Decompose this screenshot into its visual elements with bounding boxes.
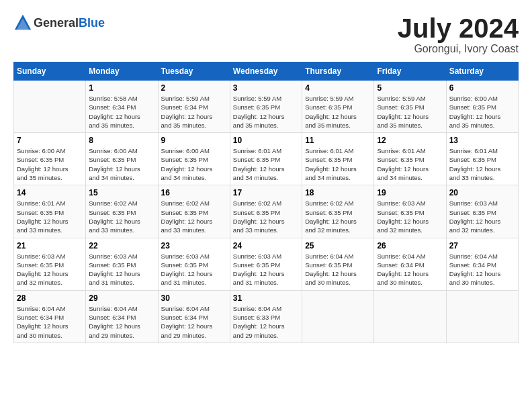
calendar-week-row: 21Sunrise: 6:03 AM Sunset: 6:35 PM Dayli… [14, 238, 519, 290]
day-info: Sunrise: 5:59 AM Sunset: 6:35 PM Dayligh… [377, 94, 443, 130]
calendar-cell: 9Sunrise: 6:00 AM Sunset: 6:35 PM Daylig… [158, 133, 230, 185]
day-number: 2 [161, 83, 227, 93]
calendar-cell: 30Sunrise: 6:04 AM Sunset: 6:34 PM Dayli… [158, 290, 230, 342]
day-info: Sunrise: 6:02 AM Sunset: 6:35 PM Dayligh… [89, 199, 154, 234]
day-info: Sunrise: 6:04 AM Sunset: 6:34 PM Dayligh… [449, 252, 515, 287]
day-info: Sunrise: 6:01 AM Sunset: 6:35 PM Dayligh… [377, 146, 443, 182]
day-info: Sunrise: 6:01 AM Sunset: 6:35 PM Dayligh… [17, 199, 83, 234]
day-number: 3 [233, 83, 299, 93]
calendar-header-row: SundayMondayTuesdayWednesdayThursdayFrid… [14, 62, 519, 81]
calendar-cell: 10Sunrise: 6:01 AM Sunset: 6:35 PM Dayli… [230, 133, 302, 185]
calendar-cell [446, 290, 518, 342]
calendar-cell: 15Sunrise: 6:02 AM Sunset: 6:35 PM Dayli… [86, 185, 158, 238]
logo-text-blue: Blue [79, 16, 105, 30]
day-info: Sunrise: 6:04 AM Sunset: 6:34 PM Dayligh… [17, 304, 83, 340]
day-info: Sunrise: 6:01 AM Sunset: 6:35 PM Dayligh… [305, 146, 371, 182]
calendar-cell: 21Sunrise: 6:03 AM Sunset: 6:35 PM Dayli… [14, 238, 86, 290]
day-number: 11 [305, 136, 371, 145]
logo: GeneralBlue [13, 13, 105, 32]
calendar-cell: 12Sunrise: 6:01 AM Sunset: 6:35 PM Dayli… [374, 133, 446, 185]
day-info: Sunrise: 6:01 AM Sunset: 6:35 PM Dayligh… [449, 146, 515, 182]
calendar-cell: 14Sunrise: 6:01 AM Sunset: 6:35 PM Dayli… [14, 185, 86, 238]
day-number: 27 [449, 241, 515, 250]
day-info: Sunrise: 6:02 AM Sunset: 6:35 PM Dayligh… [305, 199, 371, 234]
calendar-cell: 17Sunrise: 6:02 AM Sunset: 6:35 PM Dayli… [230, 185, 302, 238]
day-info: Sunrise: 6:03 AM Sunset: 6:35 PM Dayligh… [89, 252, 154, 287]
calendar-cell: 19Sunrise: 6:03 AM Sunset: 6:35 PM Dayli… [374, 185, 446, 238]
calendar-week-row: 1Sunrise: 5:58 AM Sunset: 6:34 PM Daylig… [14, 81, 519, 133]
day-info: Sunrise: 5:59 AM Sunset: 6:35 PM Dayligh… [233, 94, 299, 130]
calendar-table: SundayMondayTuesdayWednesdayThursdayFrid… [13, 62, 519, 343]
calendar-cell [374, 290, 446, 342]
calendar-cell: 3Sunrise: 5:59 AM Sunset: 6:35 PM Daylig… [230, 81, 302, 133]
day-number: 8 [89, 136, 154, 145]
day-info: Sunrise: 5:59 AM Sunset: 6:35 PM Dayligh… [305, 94, 371, 130]
month-year-title: July 2024 [398, 13, 519, 43]
calendar-cell: 28Sunrise: 6:04 AM Sunset: 6:34 PM Dayli… [14, 290, 86, 342]
logo-text-general: General [34, 16, 79, 30]
calendar-cell: 22Sunrise: 6:03 AM Sunset: 6:35 PM Dayli… [86, 238, 158, 290]
day-number: 18 [305, 188, 371, 197]
calendar-weekday-wednesday: Wednesday [230, 62, 302, 81]
day-number: 31 [233, 293, 299, 303]
day-number: 30 [161, 293, 227, 303]
calendar-cell: 23Sunrise: 6:03 AM Sunset: 6:35 PM Dayli… [158, 238, 230, 290]
day-info: Sunrise: 6:04 AM Sunset: 6:34 PM Dayligh… [161, 304, 227, 340]
day-info: Sunrise: 6:00 AM Sunset: 6:35 PM Dayligh… [17, 146, 83, 182]
day-info: Sunrise: 6:03 AM Sunset: 6:35 PM Dayligh… [377, 199, 443, 234]
day-number: 20 [449, 188, 515, 197]
calendar-cell: 2Sunrise: 5:59 AM Sunset: 6:34 PM Daylig… [158, 81, 230, 133]
calendar-cell: 20Sunrise: 6:03 AM Sunset: 6:35 PM Dayli… [446, 185, 518, 238]
day-number: 1 [89, 83, 154, 93]
calendar-cell: 29Sunrise: 6:04 AM Sunset: 6:34 PM Dayli… [86, 290, 158, 342]
day-info: Sunrise: 6:04 AM Sunset: 6:34 PM Dayligh… [89, 304, 154, 340]
day-number: 23 [161, 241, 227, 250]
calendar-week-row: 7Sunrise: 6:00 AM Sunset: 6:35 PM Daylig… [14, 133, 519, 185]
calendar-cell: 13Sunrise: 6:01 AM Sunset: 6:35 PM Dayli… [446, 133, 518, 185]
calendar-cell: 1Sunrise: 5:58 AM Sunset: 6:34 PM Daylig… [86, 81, 158, 133]
page-header: GeneralBlue July 2024 Gorongui, Ivory Co… [13, 13, 519, 55]
day-number: 19 [377, 188, 443, 197]
day-info: Sunrise: 6:01 AM Sunset: 6:35 PM Dayligh… [233, 146, 299, 182]
logo-icon [13, 13, 32, 32]
calendar-cell [302, 290, 374, 342]
day-number: 26 [377, 241, 443, 250]
calendar-cell: 8Sunrise: 6:00 AM Sunset: 6:35 PM Daylig… [86, 133, 158, 185]
calendar-cell: 27Sunrise: 6:04 AM Sunset: 6:34 PM Dayli… [446, 238, 518, 290]
calendar-week-row: 14Sunrise: 6:01 AM Sunset: 6:35 PM Dayli… [14, 185, 519, 238]
day-info: Sunrise: 5:59 AM Sunset: 6:34 PM Dayligh… [161, 94, 227, 130]
calendar-cell: 16Sunrise: 6:02 AM Sunset: 6:35 PM Dayli… [158, 185, 230, 238]
calendar-cell [14, 81, 86, 133]
day-number: 9 [161, 136, 227, 145]
day-info: Sunrise: 6:00 AM Sunset: 6:35 PM Dayligh… [449, 94, 515, 130]
day-info: Sunrise: 6:04 AM Sunset: 6:33 PM Dayligh… [233, 304, 299, 340]
day-number: 24 [233, 241, 299, 250]
calendar-week-row: 28Sunrise: 6:04 AM Sunset: 6:34 PM Dayli… [14, 290, 519, 342]
day-info: Sunrise: 6:00 AM Sunset: 6:35 PM Dayligh… [89, 146, 154, 182]
day-info: Sunrise: 6:03 AM Sunset: 6:35 PM Dayligh… [17, 252, 83, 287]
calendar-cell: 11Sunrise: 6:01 AM Sunset: 6:35 PM Dayli… [302, 133, 374, 185]
day-number: 6 [449, 83, 515, 93]
day-info: Sunrise: 5:58 AM Sunset: 6:34 PM Dayligh… [89, 94, 154, 130]
day-number: 4 [305, 83, 371, 93]
calendar-cell: 26Sunrise: 6:04 AM Sunset: 6:34 PM Dayli… [374, 238, 446, 290]
day-number: 21 [17, 241, 83, 250]
calendar-cell: 18Sunrise: 6:02 AM Sunset: 6:35 PM Dayli… [302, 185, 374, 238]
day-number: 10 [233, 136, 299, 145]
calendar-cell: 31Sunrise: 6:04 AM Sunset: 6:33 PM Dayli… [230, 290, 302, 342]
day-info: Sunrise: 6:04 AM Sunset: 6:34 PM Dayligh… [377, 252, 443, 287]
day-number: 16 [161, 188, 227, 197]
location-title: Gorongui, Ivory Coast [398, 43, 519, 55]
title-area: July 2024 Gorongui, Ivory Coast [398, 13, 519, 55]
day-info: Sunrise: 6:03 AM Sunset: 6:35 PM Dayligh… [449, 199, 515, 234]
calendar-cell: 5Sunrise: 5:59 AM Sunset: 6:35 PM Daylig… [374, 81, 446, 133]
day-number: 29 [89, 293, 154, 303]
day-number: 5 [377, 83, 443, 93]
calendar-cell: 24Sunrise: 6:03 AM Sunset: 6:35 PM Dayli… [230, 238, 302, 290]
day-info: Sunrise: 6:02 AM Sunset: 6:35 PM Dayligh… [161, 199, 227, 234]
calendar-weekday-monday: Monday [86, 62, 158, 81]
calendar-weekday-thursday: Thursday [302, 62, 374, 81]
day-number: 28 [17, 293, 83, 303]
day-number: 22 [89, 241, 154, 250]
calendar-weekday-sunday: Sunday [14, 62, 86, 81]
